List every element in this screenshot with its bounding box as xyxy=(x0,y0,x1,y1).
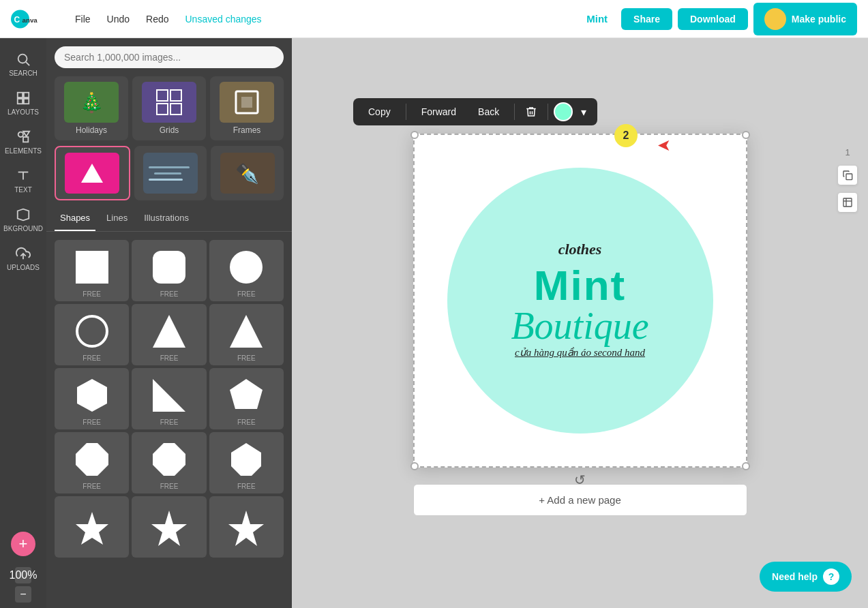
shape-circle[interactable]: FREE xyxy=(209,240,284,301)
rotate-handle[interactable]: ↺ xyxy=(574,472,586,488)
svg-rect-23 xyxy=(153,251,185,284)
page-icon-copy[interactable] xyxy=(838,166,857,185)
redo-button[interactable]: Redo xyxy=(139,10,175,29)
canvas-text-clothes[interactable]: clothes xyxy=(558,241,602,258)
panel-search-area xyxy=(46,38,292,76)
topbar-nav: File Undo Redo Unsaved changes xyxy=(68,10,578,29)
dropdown-button[interactable]: ▾ xyxy=(575,104,592,120)
svg-point-3 xyxy=(18,55,27,63)
shape-octagon[interactable]: FREE xyxy=(55,432,129,493)
svg-marker-31 xyxy=(76,443,108,476)
page-sidebar: 1 xyxy=(838,147,857,212)
add-page-button[interactable]: + Add a new page xyxy=(413,484,747,516)
delete-button[interactable] xyxy=(520,101,542,123)
selected-shape-item[interactable] xyxy=(55,146,130,200)
svg-rect-5 xyxy=(18,93,23,97)
color-picker[interactable] xyxy=(554,102,573,121)
sidebar-item-layouts[interactable]: LAYOUTS xyxy=(3,85,43,121)
svg-text:anva: anva xyxy=(23,16,38,23)
shape-octagon2[interactable]: FREE xyxy=(132,432,206,493)
zoom-controls: 100% − xyxy=(15,567,31,603)
svg-marker-30 xyxy=(230,379,263,409)
shape-heptagon[interactable]: FREE xyxy=(209,432,284,493)
svg-marker-27 xyxy=(230,315,263,348)
toolbar-divider2 xyxy=(514,104,515,120)
sidebar-item-uploads[interactable]: UPLOADS xyxy=(3,241,43,277)
handle-tr[interactable] xyxy=(742,131,750,139)
svg-rect-20 xyxy=(241,97,252,108)
svg-rect-22 xyxy=(76,251,108,284)
add-button[interactable]: + xyxy=(11,532,35,556)
svg-rect-6 xyxy=(24,93,29,97)
forward-button[interactable]: Forward xyxy=(412,102,466,121)
search-input[interactable] xyxy=(55,46,284,68)
canvas-text-boutique[interactable]: Boutique xyxy=(511,304,648,348)
svg-marker-29 xyxy=(153,379,185,412)
svg-marker-36 xyxy=(228,511,264,546)
shape-triangle[interactable]: FREE xyxy=(132,304,206,365)
logo[interactable]: C anva xyxy=(11,10,52,29)
shape-hexagon[interactable]: FREE xyxy=(55,368,129,429)
sidebar-item-search[interactable]: SEARCH xyxy=(3,46,43,82)
shape-circle-outline[interactable]: FREE xyxy=(55,304,129,365)
shape-right-triangle[interactable]: FREE xyxy=(132,368,206,429)
step-2-indicator: 2 xyxy=(614,124,638,147)
page-icon-layout[interactable] xyxy=(838,193,857,212)
handle-bl[interactable] xyxy=(410,462,419,470)
handle-br[interactable] xyxy=(742,462,750,470)
avatar xyxy=(764,8,786,30)
svg-line-4 xyxy=(26,62,29,65)
floating-toolbar: Copy Forward Back ▾ xyxy=(353,98,597,125)
svg-rect-10 xyxy=(23,137,28,142)
category-frames[interactable]: Frames xyxy=(210,76,284,140)
shape-star1[interactable] xyxy=(55,496,129,558)
undo-button[interactable]: Undo xyxy=(100,10,136,29)
sidebar-item-elements[interactable]: ELEMENTS xyxy=(3,124,43,160)
svg-rect-37 xyxy=(846,174,852,180)
unsaved-changes: Unsaved changes xyxy=(179,10,269,29)
shape-star2[interactable] xyxy=(132,496,206,558)
shape-rounded-square[interactable]: FREE xyxy=(132,240,206,301)
canvas-text-subtitle[interactable]: cửa hàng quần áo second hand xyxy=(515,346,645,359)
svg-marker-35 xyxy=(151,511,187,546)
panel-sidebar: 🎄 Holidays Grids xyxy=(46,38,292,608)
shape-square[interactable]: FREE xyxy=(55,240,129,301)
shapes-grid: FREE FREE FREE FREE FREE FREE xyxy=(46,232,292,566)
sidebar-item-background[interactable]: BKGROUND xyxy=(3,202,43,238)
sidebar-item-text[interactable]: TEXT xyxy=(3,163,43,199)
zoom-level[interactable]: 100% xyxy=(15,567,31,583)
shape-pentagon[interactable]: FREE xyxy=(209,368,284,429)
svg-marker-26 xyxy=(153,315,185,348)
canvas-text-mint[interactable]: Mint xyxy=(534,261,626,309)
handle-tl[interactable] xyxy=(410,131,419,139)
lines-item[interactable] xyxy=(134,146,207,200)
svg-rect-18 xyxy=(170,104,181,115)
svg-text:C: C xyxy=(14,14,20,24)
tab-shapes[interactable]: Shapes xyxy=(55,206,95,231)
need-help-button[interactable]: Need help ? xyxy=(760,562,852,592)
download-button[interactable]: Download xyxy=(678,8,748,30)
svg-marker-21 xyxy=(81,164,103,183)
make-public-button[interactable]: Make public xyxy=(753,3,857,35)
mint-button[interactable]: Mint xyxy=(578,9,616,29)
illustrations-item[interactable]: ✒️ xyxy=(211,146,284,200)
zoom-out-button[interactable]: − xyxy=(15,586,31,603)
shape-triangle2[interactable]: FREE xyxy=(209,304,284,365)
svg-rect-15 xyxy=(157,90,168,101)
topbar-right: Mint Share Download Make public xyxy=(578,3,857,35)
file-menu[interactable]: File xyxy=(68,10,98,29)
category-grids[interactable]: Grids xyxy=(132,76,206,140)
back-button[interactable]: Back xyxy=(468,102,509,121)
copy-button[interactable]: Copy xyxy=(359,102,400,121)
tab-illustrations[interactable]: Illustrations xyxy=(138,206,194,231)
category-row: 🎄 Holidays Grids xyxy=(46,76,292,146)
category-holidays[interactable]: 🎄 Holidays xyxy=(55,76,128,140)
toolbar-divider xyxy=(406,104,406,120)
canvas-page[interactable]: clothes Mint Boutique cửa hàng quần áo s… xyxy=(413,134,747,468)
tab-lines[interactable]: Lines xyxy=(101,206,133,231)
svg-marker-33 xyxy=(231,443,261,476)
toolbar-divider3 xyxy=(548,104,548,120)
share-button[interactable]: Share xyxy=(621,8,672,30)
svg-point-24 xyxy=(230,251,263,284)
shape-star3[interactable] xyxy=(209,496,284,558)
